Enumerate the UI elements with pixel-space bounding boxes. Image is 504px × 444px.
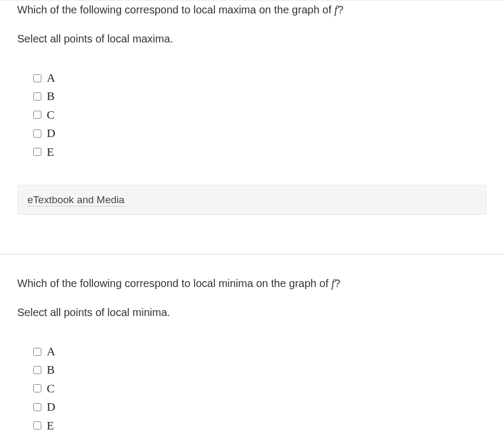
option-row: E: [33, 419, 487, 433]
option-checkbox-b[interactable]: [33, 366, 41, 374]
question-2-prompt-pre: Which of the following correspond to loc…: [17, 277, 332, 289]
question-2-options: A B C D E: [33, 345, 487, 433]
spacer: [0, 255, 504, 275]
question-1-instruction: Select all points of local maxima.: [17, 33, 487, 45]
option-row: A: [33, 345, 487, 359]
option-row: B: [33, 89, 487, 103]
option-row: D: [33, 126, 487, 140]
option-row: A: [33, 71, 487, 85]
question-2-prompt: Which of the following correspond to loc…: [17, 275, 487, 291]
spacer: [0, 215, 504, 254]
option-checkbox-e[interactable]: [33, 148, 41, 156]
option-checkbox-a[interactable]: [33, 74, 41, 82]
question-1-options: A B C D E: [33, 71, 487, 159]
etextbook-media-button[interactable]: eTextbook and Media: [17, 185, 487, 215]
option-checkbox-c[interactable]: [33, 111, 41, 119]
option-label: E: [47, 419, 54, 433]
option-label: B: [47, 363, 55, 377]
option-checkbox-e[interactable]: [33, 421, 41, 429]
question-1-prompt-post: ?: [337, 4, 343, 16]
option-row: D: [33, 400, 487, 414]
option-row: C: [33, 108, 487, 122]
option-checkbox-b[interactable]: [33, 92, 41, 101]
option-checkbox-d[interactable]: [33, 130, 41, 138]
question-1-prompt-pre: Which of the following correspond to loc…: [17, 4, 334, 16]
option-label: B: [47, 89, 55, 103]
option-label: E: [47, 145, 54, 159]
option-label: A: [47, 345, 55, 359]
option-checkbox-a[interactable]: [33, 348, 41, 356]
question-2-instruction: Select all points of local minima.: [17, 306, 487, 319]
option-label: A: [47, 71, 55, 85]
option-label: D: [47, 126, 55, 140]
question-2-section: Which of the following correspond to loc…: [0, 275, 504, 433]
option-row: C: [33, 382, 487, 396]
option-checkbox-c[interactable]: [33, 384, 41, 392]
question-1-prompt: Which of the following correspond to loc…: [17, 1, 487, 18]
option-checkbox-d[interactable]: [33, 403, 41, 411]
option-label: D: [47, 400, 55, 414]
etextbook-media-label: eTextbook and Media: [27, 194, 125, 206]
question-1-section: Which of the following correspond to loc…: [0, 0, 504, 215]
option-row: E: [33, 145, 487, 159]
option-row: B: [33, 363, 487, 377]
question-2-prompt-post: ?: [334, 277, 340, 289]
option-label: C: [47, 108, 55, 122]
option-label: C: [47, 382, 55, 396]
